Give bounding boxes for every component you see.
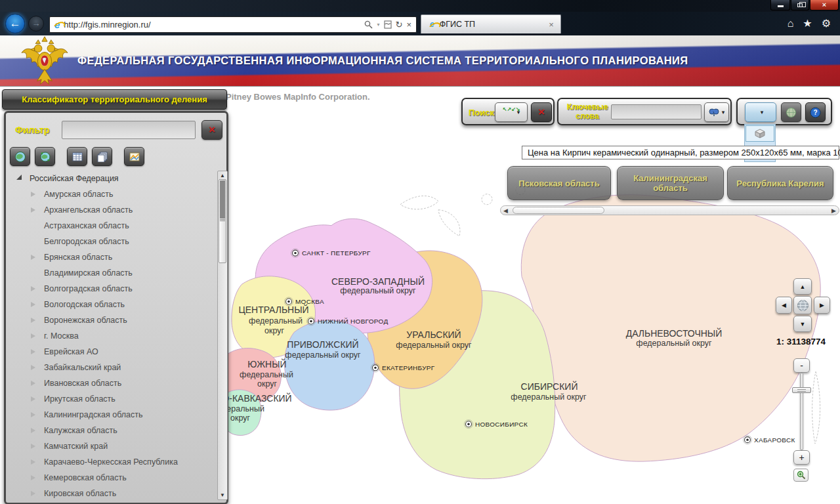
back-button[interactable]: ← xyxy=(5,14,25,33)
region-button-karelia[interactable]: Республика Карелия xyxy=(727,166,833,200)
favorites-star-icon[interactable]: ★ xyxy=(803,17,812,30)
tree-item[interactable]: Воронежская область xyxy=(7,312,215,328)
tree-item[interactable]: Иркутская область xyxy=(7,391,215,407)
restore-button[interactable] xyxy=(791,0,809,10)
tree-item[interactable]: Российская Федерация xyxy=(7,171,215,186)
tree-expanded-icon[interactable] xyxy=(16,175,22,180)
tree-item[interactable]: Калужская область xyxy=(7,423,215,438)
tree-collapsed-icon[interactable] xyxy=(31,459,35,465)
map-report-button[interactable] xyxy=(124,147,144,166)
tree-item[interactable]: Ивановская область xyxy=(7,375,215,391)
filter-input[interactable] xyxy=(62,121,196,139)
scrollbar-thumb[interactable] xyxy=(513,207,604,214)
copy-list-button[interactable] xyxy=(92,147,112,166)
tree-item[interactable]: Еврейская АО xyxy=(7,344,215,360)
home-icon[interactable]: ⌂ xyxy=(788,17,794,30)
tree-item-label: г. Москва xyxy=(44,328,79,344)
city-marker[interactable]: САНКТ - ПЕТЕРБУРГ xyxy=(291,249,371,257)
scroll-up-icon[interactable]: ▲ xyxy=(218,173,227,178)
stop-icon[interactable]: × xyxy=(406,20,411,30)
tree-collapsed-icon[interactable] xyxy=(31,365,35,370)
district-sublabel: федеральный округ xyxy=(340,287,416,296)
clear-search-button[interactable]: × xyxy=(531,102,552,122)
zoom-track[interactable] xyxy=(800,373,803,450)
pan-center-button[interactable] xyxy=(793,296,812,314)
menu-item-3d-object[interactable] xyxy=(746,125,774,142)
tree-item[interactable]: Амурская область xyxy=(7,186,215,202)
table-view-button[interactable] xyxy=(67,147,87,166)
tree-collapsed-icon[interactable] xyxy=(31,192,35,197)
tree-collapsed-icon[interactable] xyxy=(31,444,35,449)
refresh-icon[interactable]: ↻ xyxy=(396,20,403,30)
tree-item[interactable]: г. Москва xyxy=(7,328,215,344)
globe-button[interactable] xyxy=(781,102,801,122)
tree-collapsed-icon[interactable] xyxy=(31,318,35,323)
scroll-left-icon[interactable]: ◀ xyxy=(503,207,508,215)
tree-collapsed-icon[interactable] xyxy=(31,255,35,260)
tree-collapsed-icon[interactable] xyxy=(31,302,35,307)
tab-close-icon[interactable]: × xyxy=(546,20,556,30)
globe-view-button[interactable] xyxy=(10,147,30,166)
city-marker[interactable]: НИЖНИЙ НОВГОРОД xyxy=(307,317,388,326)
tree-collapsed-icon[interactable] xyxy=(31,381,35,386)
tree-item[interactable]: Брянская область xyxy=(7,249,215,265)
tree-collapsed-icon[interactable] xyxy=(31,491,35,496)
tree-item[interactable]: Владимирская область xyxy=(7,265,215,281)
tree-scrollbar[interactable]: ▲ ▼ xyxy=(217,171,228,500)
region-button-pskov[interactable]: Псковская область xyxy=(507,166,611,200)
globe-center-icon xyxy=(797,299,809,312)
tree-item[interactable]: Волгоградская область xyxy=(7,281,215,297)
tree-item[interactable]: Камчатский край xyxy=(7,438,215,454)
forward-button[interactable]: → xyxy=(28,16,44,32)
tree-collapsed-icon[interactable] xyxy=(31,333,35,339)
tree-collapsed-icon[interactable] xyxy=(31,396,35,402)
tree-item[interactable]: Карачаево-Черкесская Республика xyxy=(7,454,215,470)
search-extent-button[interactable]: ↖↗↙↘ ▾ xyxy=(495,102,528,122)
tree-item[interactable]: Архангельская область xyxy=(7,202,215,218)
tree-item[interactable]: Забайкальский край xyxy=(7,360,215,375)
tree-item[interactable]: Калининградская область xyxy=(7,407,215,423)
tree-item[interactable]: Белгородская область xyxy=(7,234,215,249)
compatibility-view-icon[interactable] xyxy=(384,20,392,29)
tree-collapsed-icon[interactable] xyxy=(31,475,35,480)
zoom-out-button[interactable]: - xyxy=(793,358,810,373)
layers-dropdown-button[interactable]: ▾ xyxy=(745,102,776,122)
keywords-search-button[interactable]: ▾ xyxy=(704,102,729,122)
search-dropdown-caret[interactable]: ▾ xyxy=(377,22,379,28)
close-window-button[interactable]: × xyxy=(810,0,839,10)
tree-collapsed-icon[interactable] xyxy=(31,286,35,291)
tree-collapsed-icon[interactable] xyxy=(31,428,35,433)
pan-right-button[interactable]: ▶ xyxy=(814,297,830,314)
tree-scrollbar-thumb[interactable] xyxy=(219,179,226,263)
regions-scrollbar[interactable]: ◀ ▶ xyxy=(500,205,839,215)
minimize-button[interactable] xyxy=(770,0,790,10)
address-bar[interactable]: e http://fgis.minregion.ru/ ▾ ↻ × xyxy=(49,16,417,33)
keywords-input[interactable] xyxy=(611,104,702,119)
tree-collapsed-icon[interactable] xyxy=(31,412,35,417)
zoom-box-button[interactable] xyxy=(793,469,808,482)
tree-item[interactable]: Кировская область xyxy=(7,486,215,501)
scroll-down-icon[interactable]: ▼ xyxy=(218,492,227,498)
tools-gear-icon[interactable]: ⚙ xyxy=(822,17,831,30)
zoom-thumb[interactable] xyxy=(792,387,811,393)
panel-header[interactable]: Классификатор территориального деления xyxy=(2,89,227,110)
tree-item-label: Архангельская область xyxy=(44,202,133,218)
tree-item[interactable]: Кемеровская область xyxy=(7,470,215,486)
district-sublabel: федеральный округ xyxy=(636,339,712,348)
browser-tab[interactable]: e ФГИС ТП × xyxy=(421,14,561,33)
help-button[interactable]: ? xyxy=(805,102,826,122)
pan-left-button[interactable]: ◀ xyxy=(776,297,792,314)
search-icon[interactable] xyxy=(364,20,373,29)
globe-refresh-button[interactable] xyxy=(35,147,55,166)
zoom-in-button[interactable]: + xyxy=(793,450,810,465)
pan-down-button[interactable]: ▼ xyxy=(793,316,812,332)
url-text[interactable]: http://fgis.minregion.ru/ xyxy=(64,20,364,30)
region-button-kaliningrad[interactable]: Калининградская область xyxy=(617,166,724,200)
scroll-right-icon[interactable]: ▶ xyxy=(831,207,836,215)
tree-item[interactable]: Вологодская область xyxy=(7,297,215,312)
tree-collapsed-icon[interactable] xyxy=(31,207,35,213)
tree-item[interactable]: Астраханская область xyxy=(7,218,215,234)
panel-clear-button[interactable]: × xyxy=(201,120,222,140)
tree-collapsed-icon[interactable] xyxy=(31,349,35,354)
pan-up-button[interactable]: ▲ xyxy=(793,278,812,295)
